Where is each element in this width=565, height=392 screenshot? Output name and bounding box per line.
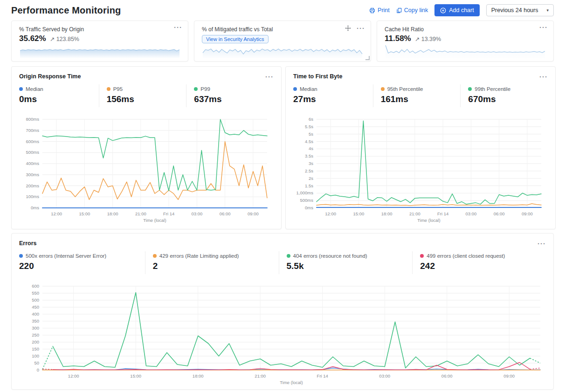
chart-title: Time to First Byte xyxy=(293,73,342,80)
sparkline-chart xyxy=(19,43,180,58)
time-to-first-byte-chart: 0ms500ms1,000ms1.5s2s2.5s3s3.5s4s4.5s5s5… xyxy=(293,116,548,225)
stats-row: Median 27ms 95th Percentile 161ms 99th P… xyxy=(293,84,548,107)
svg-text:03:00: 03:00 xyxy=(191,211,202,216)
legend-dot xyxy=(19,254,23,258)
latency-row: Origin Response Time ··· Median 0ms P95 … xyxy=(11,66,554,229)
svg-text:Time (local): Time (local) xyxy=(280,380,303,385)
card-title: % of Mitigated traffic vs Total xyxy=(202,26,363,33)
svg-text:500ms: 500ms xyxy=(300,198,313,203)
svg-text:Fri 14: Fri 14 xyxy=(317,373,328,378)
trend-up-icon: ↗ xyxy=(50,36,55,42)
metric-delta: ↗ 123.85% xyxy=(50,35,79,42)
svg-text:4s: 4s xyxy=(309,146,313,151)
card-title: % Traffic Served by Origin xyxy=(19,26,180,33)
stat-99th-percentile: 99th Percentile 670ms xyxy=(460,84,548,107)
summary-row: % Traffic Served by Origin ··· 35.62% ↗ … xyxy=(11,21,554,62)
view-in-security-analytics-button[interactable]: View in Security Analytics xyxy=(202,35,269,43)
card-menu-button[interactable]: ··· xyxy=(539,24,548,31)
stat-p95: P95 156ms xyxy=(99,84,186,107)
copy-icon xyxy=(396,7,402,14)
print-button[interactable]: Print xyxy=(369,7,390,14)
errors-row: Errors ··· 500x errors (Internal Server … xyxy=(11,233,554,390)
chart-header: Origin Response Time ··· xyxy=(19,72,274,81)
svg-text:21:00: 21:00 xyxy=(255,373,266,378)
svg-text:Fri 14: Fri 14 xyxy=(163,211,174,216)
add-chart-button[interactable]: Add chart xyxy=(434,4,480,16)
stat-429-errors: 429 errors (Rate Limiting applied) 2 xyxy=(145,251,279,274)
svg-text:250: 250 xyxy=(32,332,39,337)
svg-text:0: 0 xyxy=(37,367,39,372)
svg-text:300ms: 300ms xyxy=(26,172,39,177)
time-range-select[interactable]: Previous 24 hours ▾ xyxy=(486,4,554,16)
caret-down-icon: ▾ xyxy=(546,8,549,13)
svg-text:2s: 2s xyxy=(309,176,313,181)
chart-title: Origin Response Time xyxy=(19,73,81,80)
svg-text:150: 150 xyxy=(32,346,39,351)
card-menu-button[interactable]: ··· xyxy=(539,73,548,80)
time-to-first-byte-card: Time to First Byte ··· Median 27ms 95th … xyxy=(285,66,556,229)
svg-text:550: 550 xyxy=(32,290,39,296)
card-menu-button[interactable]: ··· xyxy=(357,25,365,32)
card-menu-button[interactable]: ··· xyxy=(265,73,274,80)
legend-dot xyxy=(381,87,385,91)
value-row: 35.62% ↗ 123.85% xyxy=(19,34,180,43)
stats-row: Median 0ms P95 156ms P99 637ms xyxy=(19,84,274,107)
copy-link-button[interactable]: Copy link xyxy=(396,7,428,14)
svg-text:15:00: 15:00 xyxy=(130,373,141,378)
svg-text:500: 500 xyxy=(32,297,39,303)
legend-dot xyxy=(420,254,424,258)
card-traffic-served-by-origin: % Traffic Served by Origin ··· 35.62% ↗ … xyxy=(11,21,188,62)
svg-text:3.5s: 3.5s xyxy=(305,153,313,158)
svg-text:18:00: 18:00 xyxy=(193,373,204,378)
page-title: Performance Monitoring xyxy=(11,5,121,16)
svg-text:06:00: 06:00 xyxy=(441,373,453,378)
metric-value: 35.62% xyxy=(19,34,46,43)
time-range-value: Previous 24 hours xyxy=(491,7,538,14)
stat-median: Median 0ms xyxy=(19,84,99,107)
svg-text:09:00: 09:00 xyxy=(522,211,533,216)
legend-dot xyxy=(468,87,472,91)
svg-text:Time (local): Time (local) xyxy=(143,218,166,223)
svg-text:12:00: 12:00 xyxy=(51,211,62,216)
card-actions: ··· xyxy=(345,25,365,32)
add-chart-label: Add chart xyxy=(449,7,474,14)
svg-text:300: 300 xyxy=(32,325,39,330)
svg-text:18:00: 18:00 xyxy=(107,211,118,216)
card-title: Cache Hit Ratio xyxy=(385,26,546,33)
svg-text:Fri 14: Fri 14 xyxy=(437,211,448,216)
chart-title: Errors xyxy=(19,240,37,247)
stat-p99: P99 637ms xyxy=(186,84,274,107)
svg-text:500ms: 500ms xyxy=(26,150,39,155)
svg-text:600ms: 600ms xyxy=(26,139,39,144)
svg-text:03:00: 03:00 xyxy=(379,373,390,378)
legend-dot xyxy=(153,254,157,258)
stat-95th-percentile: 95th Percentile 161ms xyxy=(373,84,461,107)
card-menu-button[interactable]: ··· xyxy=(174,24,182,31)
plus-circle-icon xyxy=(440,7,446,14)
svg-text:400: 400 xyxy=(32,311,39,316)
card-menu-button[interactable]: ··· xyxy=(537,240,546,247)
chart-header: Errors ··· xyxy=(19,239,546,248)
trend-up-icon: ↗ xyxy=(415,36,420,42)
stat-499-errors: 499 errors (client closed request) 242 xyxy=(412,251,546,274)
move-icon[interactable] xyxy=(345,25,351,31)
resize-handle[interactable] xyxy=(365,56,370,60)
svg-text:100: 100 xyxy=(32,353,39,358)
svg-text:21:00: 21:00 xyxy=(135,211,146,216)
card-cache-hit-ratio: Cache Hit Ratio ··· 11.58% ↗ 13.39% xyxy=(377,21,554,62)
sparkline-chart xyxy=(385,43,546,58)
svg-text:5.5s: 5.5s xyxy=(305,124,313,129)
origin-response-time-chart: 0ms100ms200ms300ms400ms500ms600ms700ms80… xyxy=(19,116,274,225)
copy-link-label: Copy link xyxy=(404,7,428,14)
svg-text:4.5s: 4.5s xyxy=(305,139,313,144)
legend-dot xyxy=(107,87,110,91)
svg-text:03:00: 03:00 xyxy=(465,211,476,216)
svg-text:350: 350 xyxy=(32,318,39,323)
svg-text:3s: 3s xyxy=(309,161,313,166)
svg-text:450: 450 xyxy=(32,304,39,309)
chart-header: Time to First Byte ··· xyxy=(293,72,548,81)
svg-text:06:00: 06:00 xyxy=(220,211,231,216)
legend-dot xyxy=(287,254,290,258)
svg-text:12:00: 12:00 xyxy=(68,373,79,378)
card-mitigated-traffic: % of Mitigated traffic vs Total ··· View… xyxy=(194,21,371,62)
